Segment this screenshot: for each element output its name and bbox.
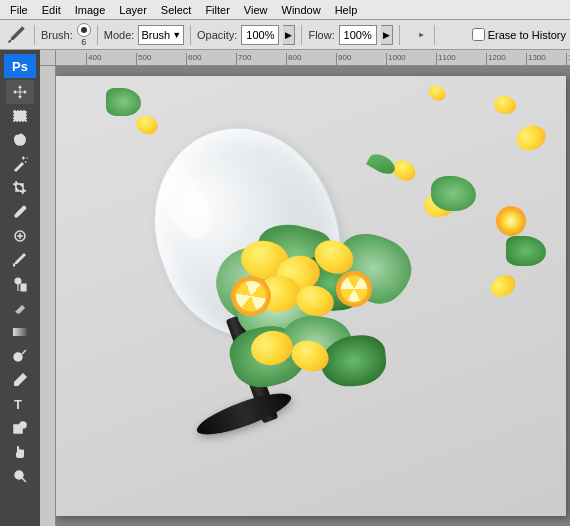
erase-history-label: Erase to History <box>488 29 566 41</box>
ruler-tick: 800 <box>286 53 301 65</box>
brush-size-value: 6 <box>81 37 86 47</box>
opacity-input-box[interactable]: 100% <box>241 25 279 45</box>
tool-rect-select[interactable] <box>6 104 34 128</box>
svg-point-7 <box>20 422 26 428</box>
separator-1 <box>34 25 35 45</box>
svg-rect-3 <box>13 328 27 336</box>
menu-filter[interactable]: Filter <box>199 3 235 17</box>
erase-history-checkbox[interactable] <box>472 28 485 41</box>
flow-label: Flow: <box>308 29 334 41</box>
vertical-ruler <box>40 66 56 526</box>
svg-point-2 <box>15 278 21 284</box>
ruler-tick: 700 <box>236 53 251 65</box>
menu-window[interactable]: Window <box>276 3 327 17</box>
ruler-tick: 600 <box>186 53 201 65</box>
options-bar: Brush: 6 Mode: Brush ▼ Opacity: 100% ▶ F… <box>0 20 570 50</box>
tool-eyedropper[interactable] <box>6 200 34 224</box>
ruler-tick: 1300 <box>526 53 546 65</box>
herb-right <box>506 236 546 266</box>
tools-panel: Ps <box>0 50 40 526</box>
mode-dropdown[interactable]: Brush ▼ <box>138 25 184 45</box>
menu-bar: File Edit Image Layer Select Filter View… <box>0 0 570 20</box>
tool-lasso[interactable] <box>6 128 34 152</box>
ruler-tick: 1000 <box>386 53 406 65</box>
separator-2 <box>97 25 98 45</box>
ruler-tick: 900 <box>336 53 351 65</box>
tool-pen[interactable] <box>6 368 34 392</box>
opacity-label: Opacity: <box>197 29 237 41</box>
tool-zoom[interactable] <box>6 464 34 488</box>
workspace: 400 500 600 700 800 900 1000 1100 1200 1… <box>40 50 570 526</box>
menu-file[interactable]: File <box>4 3 34 17</box>
mode-value: Brush <box>141 29 170 41</box>
brush-size-label: Brush: <box>41 29 73 41</box>
mode-label: Mode: <box>104 29 135 41</box>
ruler-tick: 1200 <box>486 53 506 65</box>
mode-arrow: ▼ <box>172 30 181 40</box>
brush-tool-icon[interactable] <box>4 23 28 47</box>
herb-scatter-1 <box>106 88 141 116</box>
menu-help[interactable]: Help <box>329 3 364 17</box>
svg-text:T: T <box>14 397 22 412</box>
canvas-area <box>40 66 570 526</box>
tool-clone[interactable] <box>6 272 34 296</box>
menu-view[interactable]: View <box>238 3 274 17</box>
menu-edit[interactable]: Edit <box>36 3 67 17</box>
herb-fly-1 <box>431 176 476 211</box>
menu-layer[interactable]: Layer <box>113 3 153 17</box>
tool-crop[interactable] <box>6 176 34 200</box>
tool-dodge[interactable] <box>6 344 34 368</box>
menu-select[interactable]: Select <box>155 3 198 17</box>
canvas-container[interactable] <box>56 66 570 526</box>
menu-image[interactable]: Image <box>69 3 112 17</box>
ruler-tick: 400 <box>86 53 101 65</box>
tool-wand[interactable] <box>6 152 34 176</box>
tool-heal[interactable] <box>6 224 34 248</box>
main-workspace: Ps <box>0 50 570 526</box>
opacity-arrow[interactable]: ▶ <box>283 25 295 45</box>
erase-history-area: Erase to History <box>472 28 566 41</box>
tool-brush[interactable] <box>6 248 34 272</box>
artwork <box>56 76 566 516</box>
ruler-tick: 1400 <box>566 53 570 65</box>
canvas[interactable] <box>56 76 566 516</box>
brush-preview[interactable]: 6 <box>77 23 91 47</box>
tool-shape[interactable] <box>6 416 34 440</box>
tool-eraser[interactable] <box>6 296 34 320</box>
flow-input[interactable]: 100% <box>342 29 374 41</box>
tool-type[interactable]: T <box>6 392 34 416</box>
svg-rect-0 <box>14 111 26 121</box>
ps-logo: Ps <box>4 54 36 78</box>
tool-gradient[interactable] <box>6 320 34 344</box>
flow-input-box[interactable]: 100% <box>339 25 377 45</box>
airbrush-icon[interactable] <box>406 24 428 46</box>
svg-point-4 <box>14 353 22 361</box>
tool-hand[interactable] <box>6 440 34 464</box>
tool-move[interactable] <box>6 80 34 104</box>
horizontal-ruler: 400 500 600 700 800 900 1000 1100 1200 1… <box>40 50 570 66</box>
ruler-tick: 500 <box>136 53 151 65</box>
flow-arrow[interactable]: ▶ <box>381 25 393 45</box>
separator-6 <box>434 25 435 45</box>
separator-3 <box>190 25 191 45</box>
opacity-input[interactable]: 100% <box>244 29 276 41</box>
separator-5 <box>399 25 400 45</box>
ruler-tick: 1100 <box>436 53 456 65</box>
separator-4 <box>301 25 302 45</box>
